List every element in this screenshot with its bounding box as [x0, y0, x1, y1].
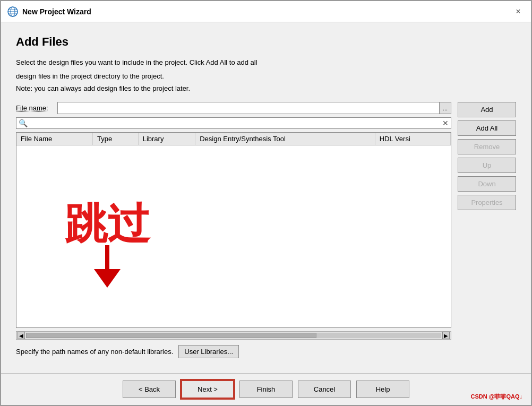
help-button[interactable]: Help	[356, 381, 409, 398]
scroll-left-button[interactable]: ◀	[18, 332, 25, 339]
globe-icon	[7, 6, 18, 17]
back-button[interactable]: < Back	[123, 381, 176, 398]
search-clear-icon[interactable]: ✕	[442, 119, 449, 127]
libraries-row: Specify the path names of any non-defaul…	[16, 345, 451, 358]
dialog-window: New Project Wizard × Add Files Select th…	[0, 0, 532, 406]
horizontal-scrollbar[interactable]: ◀ ▶	[16, 331, 451, 340]
file-name-row: File name: ...	[16, 102, 451, 114]
add-button[interactable]: Add	[458, 102, 516, 117]
cancel-button[interactable]: Cancel	[298, 381, 351, 398]
down-button[interactable]: Down	[458, 176, 516, 192]
file-table-wrap: File Name Type Library Design Entry/Synt…	[16, 132, 451, 328]
title-bar-left: New Project Wizard	[7, 6, 91, 17]
file-name-label: File name:	[16, 104, 53, 112]
page-title: Add Files	[16, 35, 516, 49]
file-name-input-wrap: ...	[57, 102, 451, 114]
user-libraries-button[interactable]: User Libraries...	[178, 345, 239, 358]
search-input[interactable]	[30, 119, 442, 127]
properties-button[interactable]: Properties	[458, 195, 516, 210]
description-line1: Select the design files you want to incl…	[16, 57, 516, 68]
left-panel: File name: ... 🔍 ✕	[16, 102, 451, 358]
footer: < Back Next > Finish Cancel Help	[1, 374, 531, 405]
scroll-thumb	[26, 333, 316, 338]
add-all-button[interactable]: Add All	[458, 120, 516, 136]
search-icon: 🔍	[19, 119, 28, 127]
search-row: 🔍 ✕	[16, 117, 451, 129]
col-type: Type	[93, 133, 139, 145]
libraries-text: Specify the path names of any non-defaul…	[16, 348, 173, 356]
col-design-entry: Design Entry/Synthesis Tool	[195, 133, 375, 145]
file-table: File Name Type Library Design Entry/Synt…	[16, 133, 451, 145]
title-bar: New Project Wizard ×	[1, 1, 531, 22]
description-line2: design files in the project directory to…	[16, 71, 516, 82]
remove-button[interactable]: Remove	[458, 139, 516, 154]
col-library: Library	[138, 133, 195, 145]
main-form: File name: ... 🔍 ✕	[16, 102, 516, 358]
browse-button[interactable]: ...	[439, 102, 451, 114]
note-text: Note: you can always add design files to…	[16, 84, 516, 92]
finish-button[interactable]: Finish	[239, 381, 293, 398]
col-file-name: File Name	[16, 133, 93, 145]
file-name-input[interactable]	[58, 102, 439, 114]
dialog-title: New Project Wizard	[22, 7, 91, 16]
up-button[interactable]: Up	[458, 158, 516, 173]
close-button[interactable]: ×	[512, 5, 525, 18]
right-panel: Add Add All Remove Up Down Properties	[458, 102, 516, 358]
content-area: Add Files Select the design files you wa…	[1, 22, 531, 367]
next-button[interactable]: Next >	[181, 380, 234, 399]
scroll-right-button[interactable]: ▶	[442, 332, 450, 339]
col-hdl-version: HDL Versi	[375, 133, 450, 145]
scroll-track[interactable]	[26, 333, 441, 338]
